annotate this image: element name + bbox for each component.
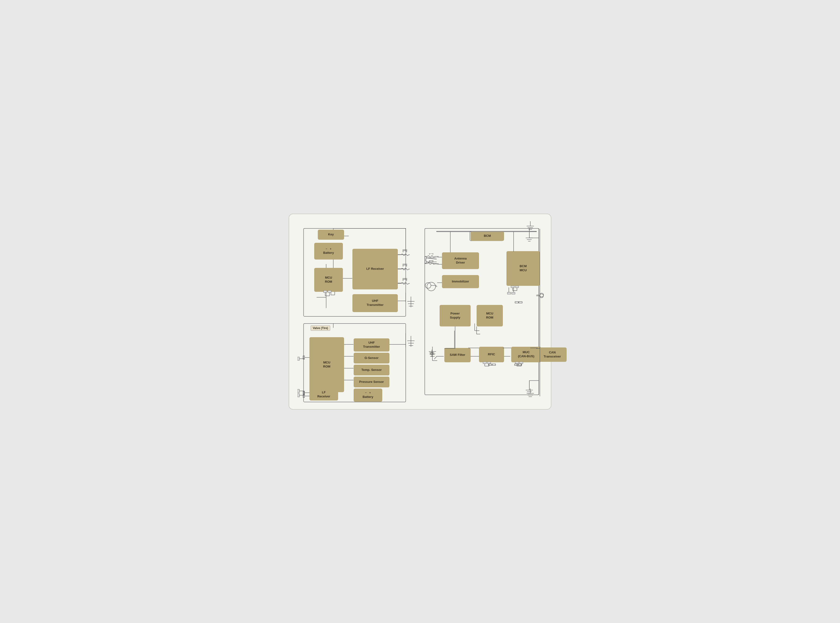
- temp-sensor-block: Temp. Sensor: [353, 365, 389, 376]
- svg-rect-116: [324, 291, 327, 293]
- valve-tire-label: Valve (Tire): [311, 325, 330, 331]
- pressure-sensor-block: Pressure Sensor: [353, 377, 389, 387]
- mcu-rom-block-top-left: MCUROM: [314, 268, 343, 292]
- battery-block-top-left: − + Battery: [314, 243, 343, 259]
- lf-receiver-block-bottom-left: LFReceiver: [309, 388, 338, 400]
- key-block: Key: [318, 230, 344, 240]
- lf-receiver-block-top-left: LF Receiver: [352, 249, 398, 289]
- uhf-transmitter-block-top-left: UHFTransmitter: [352, 294, 398, 312]
- uhf-transmitter-block-bottom-left: UHFTransmitter: [353, 338, 389, 351]
- svg-rect-117: [328, 291, 331, 293]
- svg-point-165: [540, 294, 543, 298]
- diagram-container: Key − + Battery MCUROM LF Receiver UHFTr…: [289, 214, 551, 410]
- svg-rect-114: [297, 357, 300, 361]
- battery-block-bottom-left: − + Battery: [353, 388, 382, 402]
- svg-rect-109: [297, 389, 300, 393]
- svg-rect-110: [297, 394, 300, 397]
- mcu-rom-block-bottom-left: MCUROM: [309, 337, 344, 392]
- svg-rect-176: [512, 292, 515, 294]
- g-sensor-block: G-Sensor: [353, 353, 389, 364]
- svg-rect-175: [507, 292, 511, 294]
